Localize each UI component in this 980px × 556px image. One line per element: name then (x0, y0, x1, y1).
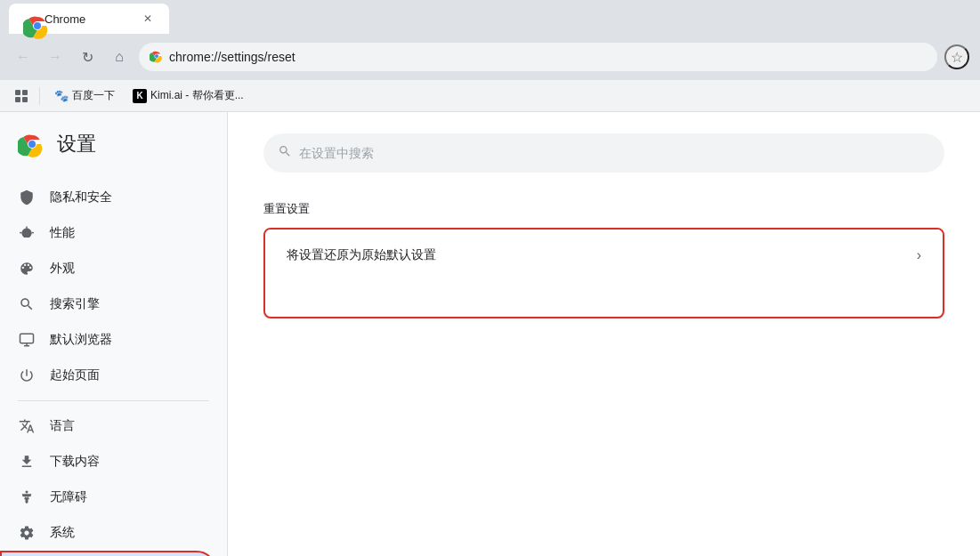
sidebar-item-downloads[interactable]: 下载内容 (0, 444, 216, 479)
bookmark-baidu[interactable]: 🐾 百度一下 (47, 85, 122, 107)
active-tab[interactable]: Chrome ✕ (9, 4, 169, 34)
sidebar-item-privacy-label: 隐私和安全 (50, 189, 112, 205)
kimi-label: Kimi.ai - 帮你看更... (150, 88, 244, 103)
sidebar-item-language[interactable]: 语言 (0, 408, 216, 444)
sidebar-item-startup-label: 起始页面 (50, 367, 100, 383)
baidu-label: 百度一下 (72, 88, 115, 103)
reload-button[interactable]: ↻ (75, 44, 100, 69)
sidebar: 设置 隐私和安全 性能 外观 (0, 112, 228, 556)
address-favicon (150, 49, 164, 66)
bookmark-kimi[interactable]: K Kimi.ai - 帮你看更... (126, 85, 251, 107)
sidebar-item-default-browser[interactable]: 默认浏览器 (0, 322, 216, 358)
svg-point-3 (155, 54, 158, 58)
bookmarks-bar: 🐾 百度一下 K Kimi.ai - 帮你看更... (0, 80, 980, 112)
reset-item-spacer (265, 281, 943, 317)
download-icon (18, 453, 36, 471)
accessibility-icon (18, 488, 36, 506)
apps-button[interactable] (11, 85, 32, 107)
svg-point-16 (26, 491, 28, 494)
sidebar-item-performance[interactable]: 性能 (0, 215, 216, 251)
address-text: chrome://settings/reset (169, 50, 927, 64)
performance-icon (18, 224, 36, 242)
reset-item-text: 将设置还原为原始默认设置 (287, 247, 436, 263)
sidebar-item-startup[interactable]: 起始页面 (0, 358, 216, 393)
svg-rect-13 (20, 334, 34, 343)
settings-search-bar[interactable] (263, 133, 944, 173)
tab-close-button[interactable]: ✕ (141, 12, 155, 26)
shield-icon (18, 189, 36, 206)
svg-rect-7 (22, 97, 28, 102)
default-browser-icon (18, 331, 36, 349)
search-icon (278, 144, 292, 162)
sidebar-item-reset[interactable]: 重置设置 (0, 551, 216, 556)
sidebar-item-privacy[interactable]: 隐私和安全 (0, 180, 216, 215)
kimi-icon: K (133, 89, 147, 103)
sidebar-item-search[interactable]: 搜索引擎 (0, 286, 216, 322)
chrome-logo-icon (18, 130, 46, 158)
sidebar-title: 设置 (57, 131, 96, 157)
reset-card: 将设置还原为原始默认设置 › (263, 228, 944, 318)
svg-rect-12 (20, 232, 21, 234)
back-button: ← (11, 44, 36, 69)
svg-rect-11 (32, 232, 34, 234)
sidebar-item-system[interactable]: 系统 (0, 515, 216, 551)
search-input[interactable] (299, 146, 930, 160)
startup-icon (18, 367, 36, 384)
main-content: 重置设置 将设置还原为原始默认设置 › (228, 112, 980, 556)
home-button[interactable]: ⌂ (107, 44, 132, 69)
search-engine-icon (18, 295, 36, 313)
svg-point-9 (28, 141, 36, 148)
sidebar-item-performance-label: 性能 (50, 225, 75, 241)
bookmark-button[interactable]: ☆ (944, 44, 969, 69)
sidebar-item-search-label: 搜索引擎 (50, 296, 100, 312)
svg-rect-4 (15, 90, 20, 95)
svg-rect-5 (22, 90, 28, 95)
tab-favicon (23, 12, 37, 26)
svg-rect-6 (15, 97, 20, 102)
sidebar-nav: 隐私和安全 性能 外观 搜索引擎 (0, 173, 227, 556)
system-icon (18, 524, 36, 542)
appearance-icon (18, 260, 36, 278)
sidebar-header: 设置 (0, 112, 227, 173)
sidebar-item-accessibility[interactable]: 无障碍 (0, 479, 216, 515)
chevron-right-icon: › (917, 247, 921, 263)
sidebar-item-appearance[interactable]: 外观 (0, 251, 216, 286)
address-bar[interactable]: chrome://settings/reset (139, 43, 937, 71)
section-title: 重置设置 (263, 201, 944, 217)
sidebar-item-language-label: 语言 (50, 418, 75, 434)
svg-rect-10 (26, 227, 28, 229)
sidebar-item-system-label: 系统 (50, 525, 75, 541)
tab-title: Chrome (45, 12, 85, 26)
sidebar-item-accessibility-label: 无障碍 (50, 489, 87, 505)
nav-divider (18, 400, 209, 401)
sidebar-item-downloads-label: 下载内容 (50, 454, 100, 470)
forward-button: → (43, 44, 68, 69)
sidebar-item-default-browser-label: 默认浏览器 (50, 332, 112, 348)
sidebar-item-appearance-label: 外观 (50, 261, 75, 277)
baidu-icon: 🐾 (54, 89, 69, 102)
svg-point-1 (34, 22, 41, 29)
language-icon (18, 417, 36, 435)
reset-to-defaults-item[interactable]: 将设置还原为原始默认设置 › (265, 230, 943, 281)
